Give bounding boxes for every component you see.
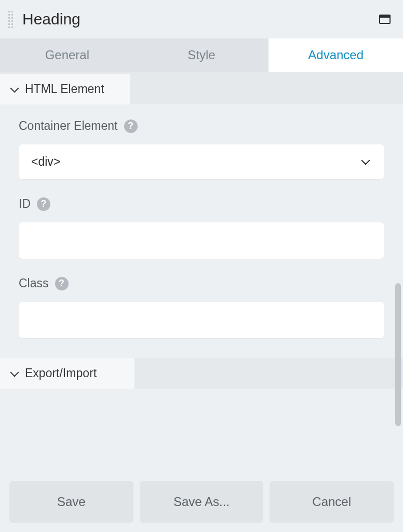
tab-advanced[interactable]: Advanced — [268, 38, 403, 72]
field-container-element: Container Element ? <div> — [19, 119, 384, 179]
field-id: ID ? — [19, 197, 384, 259]
panel-content: HTML Element Container Element ? <div> I… — [0, 74, 403, 475]
section-export-import-row: Export/Import — [0, 358, 403, 389]
field-class: Class ? — [19, 276, 384, 338]
select-container-element[interactable]: <div> — [19, 144, 384, 179]
section-html-element-row: HTML Element — [0, 74, 403, 104]
tab-style[interactable]: Style — [135, 38, 269, 72]
tab-general[interactable]: General — [0, 38, 135, 72]
responsive-icon[interactable] — [379, 15, 391, 24]
panel-header: Heading — [0, 0, 403, 38]
scrollbar-thumb[interactable] — [395, 283, 401, 426]
label-class: Class — [19, 276, 49, 290]
settings-panel: Heading General Style Advanced HTML Elem… — [0, 0, 403, 532]
cancel-button[interactable]: Cancel — [270, 481, 394, 523]
label-id: ID — [19, 197, 31, 211]
chevron-down-icon — [361, 156, 370, 165]
input-class[interactable] — [19, 302, 384, 338]
panel-title: Heading — [22, 10, 379, 28]
help-icon[interactable]: ? — [37, 197, 50, 211]
input-id[interactable] — [19, 222, 384, 259]
drag-handle-icon[interactable] — [8, 11, 13, 28]
tabs: General Style Advanced — [0, 38, 403, 74]
footer-actions: Save Save As... Cancel — [0, 475, 403, 532]
save-as-button[interactable]: Save As... — [140, 481, 264, 523]
section-body-html-element: Container Element ? <div> ID ? C — [0, 104, 403, 358]
chevron-down-icon — [10, 84, 19, 92]
help-icon[interactable]: ? — [124, 119, 138, 133]
section-toggle-html-element[interactable]: HTML Element — [0, 74, 131, 104]
save-button[interactable]: Save — [9, 481, 133, 523]
chevron-down-icon — [10, 368, 19, 377]
section-title-export-import: Export/Import — [25, 366, 97, 380]
help-icon[interactable]: ? — [55, 277, 69, 290]
section-title-html-element: HTML Element — [25, 82, 104, 96]
select-value: <div> — [31, 155, 60, 169]
section-toggle-export-import[interactable]: Export/Import — [0, 358, 135, 389]
label-container-element: Container Element — [19, 119, 118, 133]
